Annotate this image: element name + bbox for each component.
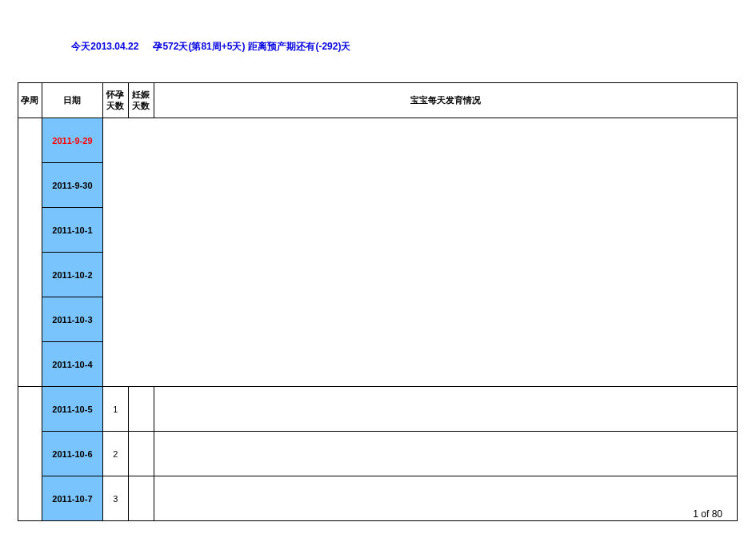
- date-cell: 2011-9-29: [42, 118, 102, 163]
- pregnancy-table: 孕周 日期 怀孕 天数 妊娠 天数 宝宝每天发育情况: [18, 82, 738, 521]
- table-wrapper: 孕周 日期 怀孕 天数 妊娠 天数 宝宝每天发育情况: [18, 82, 738, 521]
- header-preg-days-l1: 怀孕: [106, 90, 124, 100]
- week-cell: [18, 387, 42, 521]
- date-cell: 2011-10-2: [42, 253, 102, 297]
- header-preg-days: 怀孕 天数: [102, 83, 128, 118]
- page-container: 今天2013.04.22孕572天(第81周+5天)距离预产期还有(-292)天…: [0, 0, 756, 521]
- header-week: 孕周: [18, 83, 42, 118]
- title-line: 今天2013.04.22孕572天(第81周+5天)距离预产期还有(-292)天: [18, 29, 738, 65]
- table-row: 2011-10-62: [18, 432, 738, 476]
- header-gest-days-l2: 天数: [132, 101, 150, 111]
- gest-days-cell: [128, 432, 154, 476]
- header-gest-days: 妊娠 天数: [128, 83, 154, 118]
- date-cell: 2011-10-7: [42, 476, 102, 521]
- table-row: 2011-9-29: [18, 118, 738, 163]
- week-cell: [18, 118, 42, 387]
- date-cell: 2011-9-30: [42, 163, 102, 208]
- title-due-remaining: 距离预产期还有(-292)天: [248, 41, 350, 52]
- header-desc: 宝宝每天发育情况: [154, 83, 737, 118]
- table-row: 2011-10-73: [18, 476, 738, 521]
- preg-days-cell: 1: [102, 387, 128, 432]
- header-gest-days-l1: 妊娠: [132, 90, 150, 100]
- gest-days-cell: [128, 476, 154, 521]
- date-cell: 2011-10-4: [42, 342, 102, 387]
- page-footer: 1 of 80: [693, 508, 722, 520]
- merged-empty-cell: [102, 118, 737, 387]
- desc-cell: [154, 387, 737, 432]
- date-cell: 2011-10-1: [42, 208, 102, 253]
- table-row: 2011-10-51: [18, 387, 738, 432]
- table-body: 2011-9-292011-9-302011-10-12011-10-22011…: [18, 118, 738, 521]
- preg-days-cell: 2: [102, 432, 128, 476]
- date-cell: 2011-10-6: [42, 432, 102, 476]
- gest-days-cell: [128, 387, 154, 432]
- desc-cell: [154, 476, 737, 521]
- preg-days-cell: 3: [102, 476, 128, 521]
- header-preg-days-l2: 天数: [106, 101, 124, 111]
- title-today: 今天2013.04.22: [71, 41, 138, 52]
- table-header-row: 孕周 日期 怀孕 天数 妊娠 天数 宝宝每天发育情况: [18, 83, 738, 118]
- header-date: 日期: [42, 83, 102, 118]
- date-cell: 2011-10-5: [42, 387, 102, 432]
- date-cell: 2011-10-3: [42, 297, 102, 342]
- title-preg-days: 孕572天(第81周+5天): [153, 41, 245, 52]
- desc-cell: [154, 432, 737, 476]
